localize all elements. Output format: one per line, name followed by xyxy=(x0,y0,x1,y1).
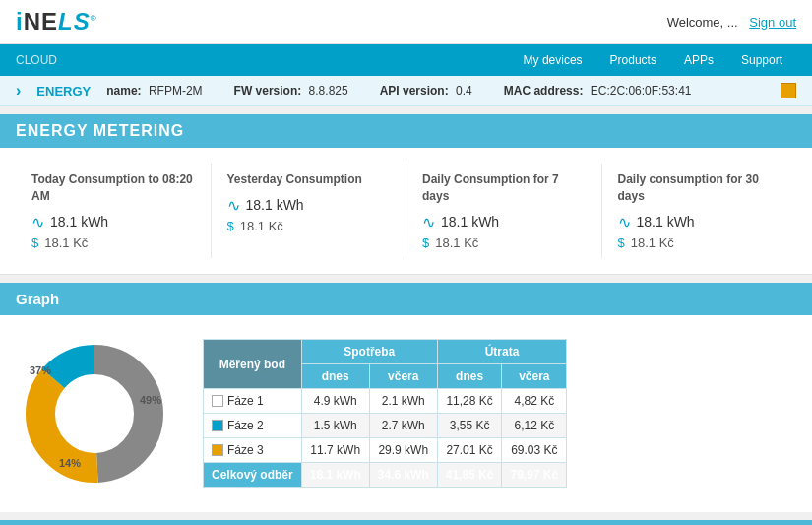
dollar-icon-yesterday: $ xyxy=(227,219,234,233)
status-indicator xyxy=(781,83,796,98)
nav-my-devices[interactable]: My devices xyxy=(510,44,596,76)
dollar-icon-today: $ xyxy=(31,235,38,250)
faze1-spotreba-dnes: 4.9 kWh xyxy=(301,389,369,414)
yesterday-kwh: ∿ 18.1 kWh xyxy=(227,196,391,215)
consumption-grid: Today Consumption to 08:20 AM ∿ 18.1 kWh… xyxy=(0,148,812,275)
7days-price: $ 18.1 Kč xyxy=(422,235,586,250)
yesterday-price: $ 18.1 Kč xyxy=(227,219,391,233)
consumption-yesterday: Yesterday Consumption ∿ 18.1 kWh $ 18.1 … xyxy=(212,164,407,258)
total-spotreba-vcera: 34.6 kWh xyxy=(369,463,437,488)
bottom-graph-header[interactable]: Graph YESTERDAY › xyxy=(0,520,812,525)
nav-cloud-label: CLOUD xyxy=(16,53,57,67)
mac-value: EC:2C:06:0F:53:41 xyxy=(591,84,692,98)
bottom-graph-section: Graph YESTERDAY › xyxy=(0,520,812,525)
faze2-color-box xyxy=(212,420,223,431)
faze3-label: Fáze 3 xyxy=(204,438,302,463)
graph-content: 49% 37% 14% Měřený bod Spotřeba Útrata d… xyxy=(0,315,812,512)
sub-utrata-vcera: včera xyxy=(502,364,567,389)
label-14: 14% xyxy=(59,457,81,469)
breadcrumb-bar: › ENERGY name: RFPM-2M FW version: 8.8.8… xyxy=(0,76,812,106)
today-price: $ 18.1 Kč xyxy=(31,235,195,250)
nav-items: My devices Products APPs Support xyxy=(510,44,796,76)
donut-svg xyxy=(16,335,173,492)
nav-products[interactable]: Products xyxy=(596,44,670,76)
header-right: Welcome, ... Sign out xyxy=(667,15,796,30)
svg-point-3 xyxy=(57,376,132,451)
sub-utrata-dnes: dnes xyxy=(437,364,502,389)
faze1-label: Fáze 1 xyxy=(204,389,302,414)
energy-metering-section: ENERGY METERING Today Consumption to 08:… xyxy=(0,114,812,275)
api-value: 0.4 xyxy=(456,84,472,98)
today-label: Today Consumption to 08:20 AM xyxy=(31,171,195,205)
nav-apps[interactable]: APPs xyxy=(670,44,727,76)
dollar-icon-7days: $ xyxy=(422,235,429,250)
breadcrumb-arrow: › xyxy=(16,82,21,99)
nav-support[interactable]: Support xyxy=(727,44,796,76)
breadcrumb-mac: MAC address: EC:2C:06:0F:53:41 xyxy=(504,84,692,98)
consumption-today: Today Consumption to 08:20 AM ∿ 18.1 kWh… xyxy=(16,164,212,258)
data-table-container: Měřený bod Spotřeba Útrata dnes včera dn… xyxy=(203,339,796,488)
mac-label: MAC address: xyxy=(504,84,584,98)
30days-label: Daily consumption for 30 days xyxy=(618,171,781,205)
yesterday-label: Yesterday Consumption xyxy=(227,171,391,188)
faze2-utrata-vcera: 6,12 Kč xyxy=(502,414,567,438)
logo-text: iNELS® xyxy=(16,8,97,35)
col-utrata-header: Útrata xyxy=(437,340,566,364)
energy-metering-title: ENERGY METERING xyxy=(0,114,812,148)
wave-icon-30days: ∿ xyxy=(618,213,631,231)
total-utrata-vcera: 79,97 Kč xyxy=(502,463,567,488)
faze2-spotreba-dnes: 1.5 kWh xyxy=(301,414,369,438)
total-utrata-dnes: 41,85 Kč xyxy=(437,463,502,488)
faze3-color-box xyxy=(212,444,223,456)
faze3-utrata-dnes: 27.01 Kč xyxy=(437,438,502,463)
welcome-text: Welcome, ... xyxy=(667,15,738,30)
graph-title: Graph xyxy=(16,291,59,307)
7days-kwh: ∿ 18.1 kWh xyxy=(422,213,586,231)
faze2-spotreba-vcera: 2.7 kWh xyxy=(369,414,437,438)
faze3-spotreba-dnes: 11.7 kWh xyxy=(301,438,369,463)
label-49: 49% xyxy=(140,394,161,406)
dollar-icon-30days: $ xyxy=(618,235,625,250)
table-row: Fáze 2 1.5 kWh 2.7 kWh 3,55 Kč 6,12 Kč xyxy=(204,414,567,438)
faze1-color-box xyxy=(212,395,223,407)
wave-icon-today: ∿ xyxy=(31,213,44,231)
wave-icon-yesterday: ∿ xyxy=(227,196,240,215)
sign-out-link[interactable]: Sign out xyxy=(749,15,796,30)
api-label: API version: xyxy=(380,84,449,98)
today-kwh: ∿ 18.1 kWh xyxy=(31,213,195,231)
energy-table: Měřený bod Spotřeba Útrata dnes včera dn… xyxy=(203,339,567,488)
total-spotreba-dnes: 18.1 kWh xyxy=(301,463,369,488)
sub-spotreba-vcera: včera xyxy=(369,364,437,389)
fw-label: FW version: xyxy=(234,84,302,98)
table-row: Fáze 1 4.9 kWh 2.1 kWh 11,28 Kč 4,82 Kč xyxy=(204,389,567,414)
col-spotreba-header: Spotřeba xyxy=(301,340,437,364)
graph-section: Graph 49% 37% 14% xyxy=(0,283,812,512)
breadcrumb-api: API version: 0.4 xyxy=(380,84,472,98)
30days-price: $ 18.1 Kč xyxy=(618,235,781,250)
breadcrumb-fw: FW version: 8.8.825 xyxy=(234,84,348,98)
faze1-spotreba-vcera: 2.1 kWh xyxy=(369,389,437,414)
wave-icon-7days: ∿ xyxy=(422,213,435,231)
nav-bar: CLOUD My devices Products APPs Support xyxy=(0,44,812,76)
consumption-30days: Daily consumption for 30 days ∿ 18.1 kWh… xyxy=(602,164,797,258)
faze1-utrata-dnes: 11,28 Kč xyxy=(437,389,502,414)
breadcrumb-energy: ENERGY xyxy=(36,84,91,98)
top-header: iNELS® Welcome, ... Sign out xyxy=(0,0,812,44)
fw-value: 8.8.825 xyxy=(309,84,348,98)
total-label: Celkový odběr xyxy=(204,463,302,488)
label-37: 37% xyxy=(30,364,51,376)
faze3-spotreba-vcera: 29.9 kWh xyxy=(369,438,437,463)
breadcrumb-name: name: RFPM-2M xyxy=(106,84,202,98)
graph-header: Graph xyxy=(0,283,812,315)
table-row: Fáze 3 11.7 kWh 29.9 kWh 27.01 Kč 69.03 … xyxy=(204,438,567,463)
7days-label: Daily Consumption for 7 days xyxy=(422,171,586,205)
faze2-utrata-dnes: 3,55 Kč xyxy=(437,414,502,438)
faze3-utrata-vcera: 69.03 Kč xyxy=(502,438,567,463)
faze1-utrata-vcera: 4,82 Kč xyxy=(502,389,567,414)
total-row: Celkový odběr 18.1 kWh 34.6 kWh 41,85 Kč… xyxy=(204,463,567,488)
consumption-7days: Daily Consumption for 7 days ∿ 18.1 kWh … xyxy=(406,164,602,258)
col-measured-header: Měřený bod xyxy=(204,340,302,389)
logo: iNELS® xyxy=(16,8,97,35)
sub-spotreba-dnes: dnes xyxy=(301,364,369,389)
name-value: RFPM-2M xyxy=(149,84,203,98)
